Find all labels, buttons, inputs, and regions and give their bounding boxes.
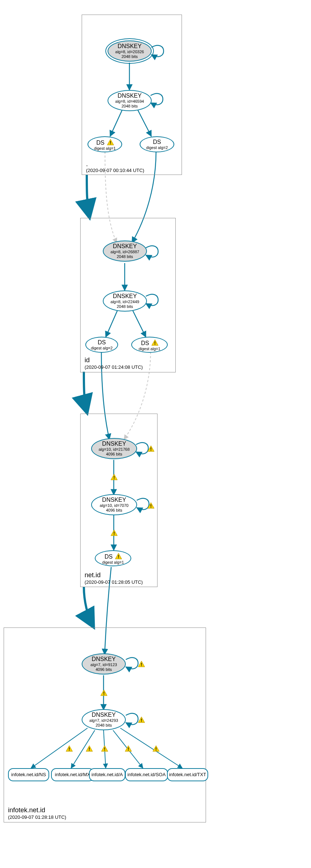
node-sub1: alg=8, id=20326 <box>115 50 144 54</box>
node-title: DS <box>96 140 104 146</box>
node-root-ds2: DS digest alg=2 <box>140 136 174 152</box>
node-title: DS <box>105 554 113 560</box>
node-netid-ksk: DNSKEY alg=10, id=21768 4096 bits <box>91 438 137 459</box>
zone-root-ts: (2020-09-07 00:10:44 UTC) <box>86 168 144 173</box>
node-sub1: alg=8, id=22449 <box>110 300 139 304</box>
node-rr-mx: infotek.net.id/MX <box>51 768 94 781</box>
node-sub1: digest alg=1 <box>94 146 116 151</box>
node-id-ksk: DNSKEY alg=8, id=26887 2048 bits <box>103 241 147 262</box>
node-rr-ns: infotek.net.id/NS <box>8 768 49 781</box>
zone-id-ts: (2020-09-07 01:24:08 UTC) <box>85 364 143 370</box>
node-title: DNSKEY <box>102 497 126 503</box>
node-sub2: 2048 bits <box>117 254 133 259</box>
zone-netid-ts: (2020-09-07 01:28:05 UTC) <box>85 579 143 585</box>
node-title: infotek.net.id/NS <box>11 771 46 778</box>
node-info-zsk: DNSKEY alg=7, id=24293 2048 bits <box>82 709 126 730</box>
node-title: DS <box>141 340 149 346</box>
node-title: DNSKEY <box>118 93 142 99</box>
node-sub1: digest alg=2 <box>91 346 113 351</box>
node-sub1: digest alg=1 <box>102 560 124 565</box>
node-title: infotek.net.id/A <box>92 771 123 778</box>
node-rr-soa: infotek.net.id/SOA <box>125 768 168 781</box>
node-sub2: 4096 bits <box>106 508 123 513</box>
zone-infotek-name: infotek.net.id <box>8 806 45 814</box>
node-title: DS <box>153 139 161 145</box>
node-sub1: alg=10, id=21768 <box>98 447 129 452</box>
node-sub2: 2048 bits <box>121 54 138 59</box>
node-root-ksk: DNSKEY alg=8, id=20326 2048 bits <box>108 40 152 62</box>
node-sub2: 4096 bits <box>106 452 123 457</box>
node-title: DNSKEY <box>118 43 142 50</box>
node-sub1: alg=7, id=24293 <box>89 718 118 723</box>
node-sub1: digest alg=1 <box>139 347 160 351</box>
node-root-zsk: DNSKEY alg=8, id=46594 2048 bits <box>108 90 152 111</box>
node-root-ds1: DS ! digest alg=1 <box>88 136 122 152</box>
svg-text:!: ! <box>118 554 119 559</box>
node-sub2: 2048 bits <box>117 304 133 309</box>
node-netid-zsk: DNSKEY alg=10, id=7070 4096 bits <box>91 494 137 515</box>
svg-text:!: ! <box>154 340 156 345</box>
node-sub1: digest alg=2 <box>146 145 168 150</box>
node-sub1: alg=8, id=46594 <box>115 99 144 104</box>
node-title: DNSKEY <box>92 712 116 718</box>
warning-icon: ! <box>107 139 114 145</box>
node-id-ds2: DS digest alg=2 <box>85 337 118 353</box>
node-title: DNSKEY <box>113 243 137 250</box>
node-rr-txt: infotek.net.id/TXT <box>167 768 208 781</box>
node-sub2: 2048 bits <box>121 104 138 109</box>
node-id-zsk: DNSKEY alg=8, id=22449 2048 bits <box>103 290 147 312</box>
node-info-ksk: DNSKEY alg=7, id=9123 4096 bits <box>82 653 126 675</box>
zone-netid-name: net.id <box>85 571 101 579</box>
node-sub2: 2048 bits <box>96 723 112 728</box>
zone-root-name: . <box>86 160 88 168</box>
node-title: DNSKEY <box>92 656 116 662</box>
warning-icon: ! <box>151 339 159 346</box>
node-sub2: 4096 bits <box>96 667 112 672</box>
node-title: infotek.net.id/TXT <box>169 771 206 778</box>
node-netid-ds: DS ! digest alg=1 <box>95 550 131 566</box>
node-sub1: alg=10, id=7070 <box>100 503 129 508</box>
node-sub1: alg=7, id=9123 <box>90 662 117 667</box>
node-title: infotek.net.id/MX <box>55 771 90 778</box>
zone-infotek-ts: (2020-09-07 01:28:18 UTC) <box>8 814 66 820</box>
node-id-ds1: DS ! digest alg=1 <box>131 337 168 353</box>
node-rr-a: infotek.net.id/A <box>89 768 125 781</box>
node-title: DNSKEY <box>113 293 137 300</box>
zone-id-name: id <box>85 356 90 364</box>
warning-icon: ! <box>115 553 122 559</box>
node-title: DS <box>98 339 106 346</box>
node-title: DNSKEY <box>102 441 126 447</box>
node-sub1: alg=8, id=26887 <box>110 250 139 254</box>
node-title: infotek.net.id/SOA <box>128 771 166 778</box>
svg-text:!: ! <box>110 140 111 145</box>
